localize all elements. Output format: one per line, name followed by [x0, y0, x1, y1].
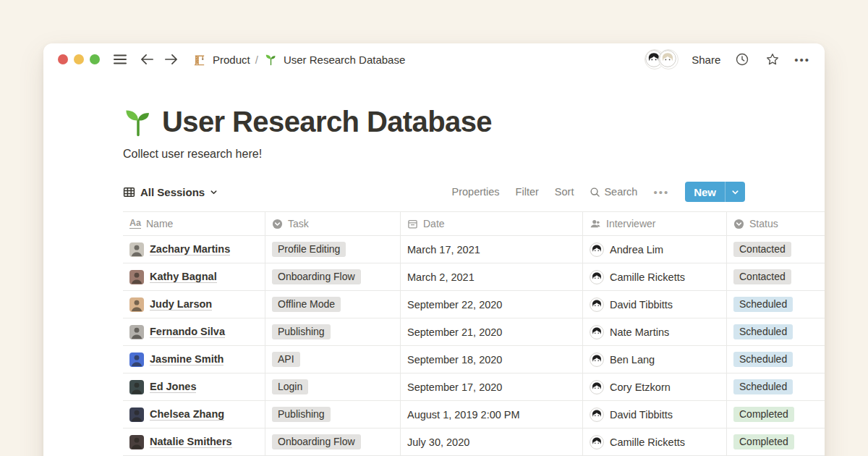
table-row[interactable]: Kathy Bagnal Onboarding Flow March 2, 20…	[123, 263, 825, 291]
name-cell[interactable]: Judy Larson	[123, 291, 265, 318]
view-tab-all-sessions[interactable]: All Sessions	[123, 186, 218, 198]
interviewer-avatar	[590, 325, 604, 339]
person-photo-avatar	[129, 435, 144, 449]
minimize-window-button[interactable]	[74, 54, 84, 64]
date-cell[interactable]: September 21, 2020	[401, 318, 583, 345]
search-button[interactable]: Search	[590, 186, 637, 198]
close-window-button[interactable]	[58, 54, 68, 64]
forward-arrow-icon[interactable]	[163, 52, 179, 67]
task-tag: Profile Editing	[272, 242, 346, 257]
status-cell[interactable]: Completed	[727, 401, 825, 428]
page-link[interactable]: Ed Jones	[150, 381, 196, 393]
collaborator-avatar	[658, 49, 678, 69]
person-photo-avatar	[129, 380, 144, 394]
interviewer-avatar	[590, 380, 604, 394]
name-cell[interactable]: Kathy Bagnal	[123, 263, 265, 290]
table-row[interactable]: Zachary Martins Profile Editing March 17…	[123, 236, 825, 263]
star-favorite-icon[interactable]	[764, 51, 781, 68]
status-cell[interactable]: Scheduled	[727, 346, 825, 373]
new-button[interactable]: New	[685, 182, 725, 202]
task-cell[interactable]: API	[265, 346, 401, 373]
date-cell[interactable]: September 22, 2020	[401, 291, 583, 318]
column-header-interviewer[interactable]: Interviewer	[583, 212, 727, 235]
breadcrumb-parent[interactable]: Product	[213, 54, 250, 66]
date-cell[interactable]: July 30, 2020	[401, 428, 583, 455]
page-link[interactable]: Jasmine Smith	[150, 353, 224, 366]
name-cell[interactable]: Jasmine Smith	[123, 346, 265, 373]
interviewer-cell[interactable]: Ben Lang	[583, 346, 727, 373]
interviewer-cell[interactable]: David Tibbitts	[583, 401, 727, 428]
table-row[interactable]: Fernando Silva Publishing September 21, …	[123, 318, 825, 346]
status-cell[interactable]: Contacted	[727, 263, 825, 290]
page-link[interactable]: Natalie Smithers	[150, 436, 232, 448]
table-row[interactable]: Jasmine Smith API September 18, 2020 Ben…	[123, 346, 825, 373]
search-label: Search	[604, 186, 637, 198]
date-cell[interactable]: September 17, 2020	[401, 373, 583, 400]
date-cell[interactable]: March 17, 2021	[401, 236, 583, 263]
table-row[interactable]: Judy Larson Offline Mode September 22, 2…	[123, 291, 825, 318]
page-link[interactable]: Judy Larson	[150, 298, 212, 311]
status-cell[interactable]: Contacted	[727, 236, 825, 263]
filter-button[interactable]: Filter	[516, 186, 539, 198]
interviewer-cell[interactable]: David Tibbitts	[583, 291, 727, 318]
date-cell[interactable]: September 18, 2020	[401, 346, 583, 373]
interviewer-cell[interactable]: Cory Etzkorn	[583, 373, 727, 400]
task-cell[interactable]: Publishing	[265, 318, 401, 345]
task-cell[interactable]: Login	[265, 373, 401, 400]
back-arrow-icon[interactable]	[139, 52, 156, 67]
name-cell[interactable]: Zachary Martins	[123, 236, 265, 263]
name-cell[interactable]: Fernando Silva	[123, 318, 265, 345]
view-more-options-icon[interactable]: •••	[653, 187, 669, 198]
name-cell[interactable]: Chelsea Zhang	[123, 401, 265, 428]
column-label: Status	[749, 218, 778, 229]
interviewer-cell[interactable]: Camille Ricketts	[583, 263, 727, 290]
chevron-down-icon	[731, 188, 739, 196]
maximize-window-button[interactable]	[90, 54, 100, 64]
page-link[interactable]: Zachary Martins	[150, 243, 230, 256]
interviewer-cell[interactable]: Camille Ricketts	[583, 428, 727, 455]
task-tag: Publishing	[272, 407, 331, 422]
task-tag: Onboarding Flow	[272, 434, 361, 449]
name-cell[interactable]: Natalie Smithers	[123, 428, 265, 455]
page-link[interactable]: Fernando Silva	[150, 326, 225, 338]
new-button-dropdown[interactable]	[725, 182, 745, 202]
more-options-icon[interactable]: •••	[794, 54, 810, 65]
date-cell[interactable]: August 1, 2019 2:00 PM	[401, 401, 583, 428]
interviewer-cell[interactable]: Nate Martins	[583, 318, 727, 345]
search-icon	[590, 187, 600, 198]
share-button[interactable]: Share	[692, 54, 720, 66]
status-cell[interactable]: Scheduled	[727, 291, 825, 318]
task-cell[interactable]: Onboarding Flow	[265, 263, 401, 290]
status-cell[interactable]: Completed	[727, 428, 825, 455]
breadcrumb-current[interactable]: User Research Database	[284, 54, 405, 66]
column-header-task[interactable]: Task	[265, 212, 401, 235]
calendar-icon	[407, 219, 418, 229]
table-header-row: Aa Name Task Date Interviewer Stat	[123, 212, 825, 236]
column-header-date[interactable]: Date	[401, 212, 583, 235]
status-cell[interactable]: Scheduled	[727, 373, 825, 400]
table-row[interactable]: Chelsea Zhang Publishing August 1, 2019 …	[123, 401, 825, 428]
task-cell[interactable]: Offline Mode	[265, 291, 401, 318]
sort-button[interactable]: Sort	[555, 186, 574, 198]
page-link[interactable]: Chelsea Zhang	[150, 408, 224, 421]
page-link[interactable]: Kathy Bagnal	[150, 271, 217, 283]
view-name: All Sessions	[140, 186, 205, 198]
column-header-status[interactable]: Status	[727, 212, 825, 235]
table-row[interactable]: Ed Jones Login September 17, 2020 Cory E…	[123, 373, 825, 401]
interviewer-cell[interactable]: Andrea Lim	[583, 236, 727, 263]
date-value: September 22, 2020	[407, 299, 502, 311]
sidebar-menu-icon[interactable]	[111, 52, 129, 67]
page-icon-seedling[interactable]	[123, 107, 153, 138]
person-photo-avatar	[129, 408, 144, 422]
column-header-name[interactable]: Aa Name	[123, 212, 265, 235]
properties-button[interactable]: Properties	[452, 186, 500, 198]
date-value: July 30, 2020	[407, 436, 469, 448]
name-cell[interactable]: Ed Jones	[123, 373, 265, 400]
task-cell[interactable]: Onboarding Flow	[265, 428, 401, 455]
table-row[interactable]: Natalie Smithers Onboarding Flow July 30…	[123, 428, 825, 456]
clock-history-icon[interactable]	[733, 51, 751, 68]
status-cell[interactable]: Scheduled	[727, 318, 825, 345]
date-cell[interactable]: March 2, 2021	[401, 263, 583, 290]
task-cell[interactable]: Publishing	[265, 401, 401, 428]
task-cell[interactable]: Profile Editing	[265, 236, 401, 263]
